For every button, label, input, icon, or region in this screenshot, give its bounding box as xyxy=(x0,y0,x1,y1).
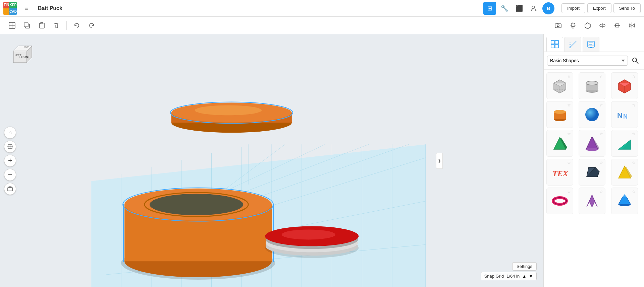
wedge-icon xyxy=(616,135,633,152)
svg-marker-33 xyxy=(633,24,635,27)
torus-icon xyxy=(551,192,569,210)
shape-pyramid2[interactable]: ☆ xyxy=(611,159,638,186)
prism-icon xyxy=(583,163,601,181)
svg-rect-87 xyxy=(555,41,558,44)
svg-rect-89 xyxy=(555,45,558,48)
shapes-tab[interactable] xyxy=(546,37,563,52)
svg-marker-137 xyxy=(619,197,631,204)
shape-star-15: ☆ xyxy=(632,189,636,194)
svg-line-24 xyxy=(571,26,572,27)
svg-line-22 xyxy=(574,26,575,27)
panel-tabs xyxy=(544,34,644,52)
align-button[interactable] xyxy=(610,19,624,32)
svg-marker-135 xyxy=(587,195,597,207)
svg-point-124 xyxy=(586,148,598,151)
shape-15[interactable]: ☆ xyxy=(611,188,638,214)
bottom-controls: Settings Snap Grid 1/64 in ▲ ▼ xyxy=(481,262,537,280)
shape-star-4: ☆ xyxy=(567,103,571,107)
svg-text:TEXT: TEXT xyxy=(552,169,569,178)
briefcase-button[interactable]: ⬛ xyxy=(513,2,526,15)
shape-cone[interactable]: ☆ xyxy=(579,130,605,157)
shape-star-9: ☆ xyxy=(632,132,636,136)
shape-star-10: ☆ xyxy=(567,160,571,165)
app-logo[interactable]: TIN KER CAD xyxy=(3,2,17,15)
svg-marker-138 xyxy=(623,194,627,197)
snap-grid-up[interactable]: ▲ xyxy=(522,274,526,279)
svg-point-70 xyxy=(150,194,243,215)
hole-cyl-icon xyxy=(583,77,601,94)
cylinder-icon xyxy=(551,106,569,123)
shape-text3d[interactable]: ☆ N N xyxy=(611,101,638,128)
svg-line-21 xyxy=(571,23,572,24)
notes-tab[interactable] xyxy=(583,37,599,52)
shape15-icon xyxy=(616,192,633,210)
svg-point-80 xyxy=(282,229,335,239)
svg-point-118 xyxy=(585,108,599,121)
shape-star-2: ☆ xyxy=(599,74,603,79)
svg-point-100 xyxy=(633,58,637,62)
import-button[interactable]: Import xyxy=(561,3,585,13)
project-name: Bait Puck xyxy=(38,5,62,11)
svg-rect-15 xyxy=(557,23,558,24)
snap-grid-value: 1/64 in xyxy=(506,274,520,279)
logo-cad: CAD xyxy=(9,8,17,15)
mirror-button[interactable] xyxy=(625,19,639,32)
toolbar xyxy=(0,17,644,34)
svg-text:N: N xyxy=(623,113,628,120)
pyramid-icon xyxy=(551,135,569,152)
shape-cylinder[interactable]: ☆ xyxy=(546,101,573,128)
svg-line-101 xyxy=(636,62,638,64)
pyramid2-icon xyxy=(616,163,633,181)
svg-point-16 xyxy=(572,24,574,26)
redo-button[interactable] xyxy=(85,19,98,32)
svg-point-0 xyxy=(532,6,535,9)
sphere-icon xyxy=(583,106,601,123)
svg-text:N: N xyxy=(617,111,623,120)
panel-toggle-button[interactable]: ❯ xyxy=(436,153,443,169)
delete-button[interactable] xyxy=(50,19,63,32)
text-icon: TEXT xyxy=(551,163,569,181)
shapes-grid: ☆ ☆ xyxy=(544,70,644,287)
grid-view-button[interactable]: ⊞ xyxy=(483,2,496,15)
shape-prism[interactable]: ☆ xyxy=(579,159,605,186)
paste-button[interactable] xyxy=(35,19,48,32)
copy-button[interactable] xyxy=(20,19,34,32)
shape-wedge[interactable]: ☆ xyxy=(611,130,638,157)
shape-view-button[interactable] xyxy=(581,19,594,32)
new-workplane-button[interactable] xyxy=(5,19,19,32)
svg-line-23 xyxy=(574,23,575,24)
send-to-button[interactable]: Send To xyxy=(613,3,641,13)
add-person-button[interactable] xyxy=(528,2,540,15)
shape-14[interactable]: ☆ xyxy=(579,188,605,214)
svg-rect-88 xyxy=(551,45,554,48)
category-select[interactable]: Basic Shapes xyxy=(547,56,628,66)
settings-button[interactable]: Settings xyxy=(512,262,537,271)
shape-text[interactable]: ☆ TEXT xyxy=(546,159,573,186)
light-button[interactable] xyxy=(566,19,580,32)
shape-box[interactable]: ☆ xyxy=(611,72,638,99)
shape-star-5: ☆ xyxy=(599,103,603,107)
svg-point-84 xyxy=(195,105,262,115)
shape-hole-box[interactable]: ☆ xyxy=(546,72,573,99)
user-avatar[interactable]: B xyxy=(542,2,554,14)
logo-blank xyxy=(3,8,9,15)
shape-pyramid[interactable]: ☆ xyxy=(546,130,573,157)
rotate-view-button[interactable] xyxy=(596,19,609,32)
svg-marker-26 xyxy=(585,23,590,29)
snap-grid-row: Snap Grid 1/64 in ▲ ▼ xyxy=(481,272,537,280)
undo-button[interactable] xyxy=(70,19,84,32)
export-button[interactable]: Export xyxy=(587,3,611,13)
search-button[interactable] xyxy=(630,55,641,66)
viewport[interactable]: FRONT LEFT TOP ⌂ + − xyxy=(0,34,543,287)
shape-star-12: ☆ xyxy=(632,160,636,165)
snap-grid-down[interactable]: ▼ xyxy=(529,274,533,279)
hammer-button[interactable]: 🔧 xyxy=(498,2,511,15)
measure-tab[interactable] xyxy=(565,37,581,52)
shape-star-3: ☆ xyxy=(632,74,636,79)
shape-hole-cylinder[interactable]: ☆ xyxy=(579,72,605,99)
menu-button[interactable]: ≡ xyxy=(20,2,33,15)
shape-sphere[interactable]: ☆ xyxy=(579,101,605,128)
shape-torus[interactable]: ☆ xyxy=(546,188,573,214)
cone-icon xyxy=(583,135,601,152)
camera-button[interactable] xyxy=(551,19,565,32)
